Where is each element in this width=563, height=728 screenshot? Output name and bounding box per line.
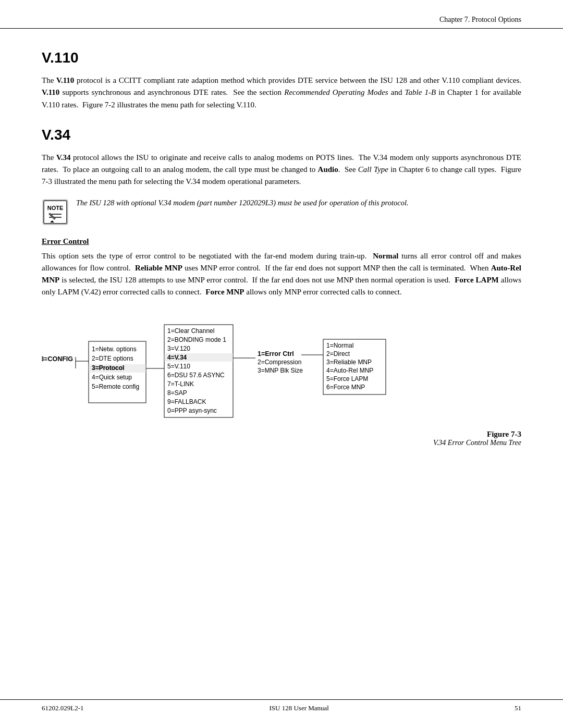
svg-text:3=V.120: 3=V.120 xyxy=(167,345,190,352)
svg-rect-35 xyxy=(323,339,386,394)
svg-text:2=Direct: 2=Direct xyxy=(326,350,350,357)
menu-tree-wrapper: 3=CONFIG 1=Netw. options 2=DTE options 3… xyxy=(42,310,521,425)
svg-text:5=Force LAPM: 5=Force LAPM xyxy=(326,375,368,382)
svg-text:0=PPP asyn-sync: 0=PPP asyn-sync xyxy=(167,407,217,414)
svg-text:6=Force MNP: 6=Force MNP xyxy=(326,384,365,391)
svg-rect-1 xyxy=(44,201,67,224)
svg-text:5=Remote config: 5=Remote config xyxy=(92,383,139,390)
svg-rect-18 xyxy=(164,325,233,417)
svg-text:3=Protocol: 3=Protocol xyxy=(92,364,124,372)
figure-description: V.34 Error Control Menu Tree xyxy=(42,439,521,447)
note-box: NOTE The ISU 128 with optional V.34 mode… xyxy=(42,198,521,228)
footer-right: 51 xyxy=(515,704,521,712)
figure-caption: Figure 7-3 V.34 Error Control Menu Tree xyxy=(42,430,521,447)
svg-text:5=V.110: 5=V.110 xyxy=(167,363,190,370)
v110-heading: V.110 xyxy=(42,50,521,66)
svg-text:1=Normal: 1=Normal xyxy=(326,342,353,349)
svg-text:8=SAP: 8=SAP xyxy=(167,389,187,397)
svg-text:2=Compression: 2=Compression xyxy=(258,359,301,366)
note-svg: NOTE xyxy=(42,199,69,226)
svg-text:3=Protocol: 3=Protocol xyxy=(92,364,124,372)
svg-text:2=BONDING mode 1: 2=BONDING mode 1 xyxy=(167,336,226,343)
svg-text:4=Auto-Rel MNP: 4=Auto-Rel MNP xyxy=(326,367,373,374)
svg-text:1=Netw. options: 1=Netw. options xyxy=(92,346,137,353)
svg-text:7=T-LINK: 7=T-LINK xyxy=(167,380,194,388)
page-footer: 61202.029L2-1 ISU 128 User Manual 51 xyxy=(0,699,563,712)
content: V.110 The V.110 protocol is a CCITT comp… xyxy=(0,29,563,470)
svg-rect-9 xyxy=(89,341,146,403)
svg-text:9=FALLBACK: 9=FALLBACK xyxy=(167,398,206,405)
v34-para: The V.34 protocol allows the ISU to orig… xyxy=(42,152,521,188)
svg-text:6=DSU 57.6 ASYNC: 6=DSU 57.6 ASYNC xyxy=(167,372,225,379)
footer-left: 61202.029L2-1 xyxy=(42,704,84,712)
footer-center: ISU 128 User Manual xyxy=(270,704,329,712)
svg-text:3=MNP Blk Size: 3=MNP Blk Size xyxy=(258,367,303,374)
svg-text:NOTE: NOTE xyxy=(47,205,64,211)
page-header: Chapter 7. Protocol Options xyxy=(0,0,563,29)
figure-number: Figure 7-3 xyxy=(42,430,521,439)
note-text: The ISU 128 with optional V.34 modem (pa… xyxy=(76,198,409,209)
svg-rect-22 xyxy=(164,353,233,362)
svg-text:2=DTE options: 2=DTE options xyxy=(92,355,133,362)
svg-text:3=Reliable MNP: 3=Reliable MNP xyxy=(326,359,372,366)
error-control-heading: Error Control xyxy=(42,237,521,246)
error-control-para: This option sets the type of error contr… xyxy=(42,250,521,299)
svg-text:1=Error Ctrl: 1=Error Ctrl xyxy=(258,350,294,357)
v110-para: The V.110 protocol is a CCITT compliant … xyxy=(42,75,521,111)
svg-text:3=CONFIG: 3=CONFIG xyxy=(42,355,73,363)
svg-rect-13 xyxy=(89,364,146,373)
svg-text:1=Clear Channel: 1=Clear Channel xyxy=(167,327,214,335)
menu-tree-svg: 3=CONFIG 1=Netw. options 2=DTE options 3… xyxy=(42,310,480,425)
svg-text:4=V.34: 4=V.34 xyxy=(167,354,187,361)
v34-heading: V.34 xyxy=(42,127,521,143)
chapter-title: Chapter 7. Protocol Options xyxy=(439,16,521,24)
note-icon: NOTE xyxy=(42,199,69,228)
svg-text:4=Quick setup: 4=Quick setup xyxy=(92,374,132,381)
page: Chapter 7. Protocol Options V.110 The V.… xyxy=(0,0,563,728)
